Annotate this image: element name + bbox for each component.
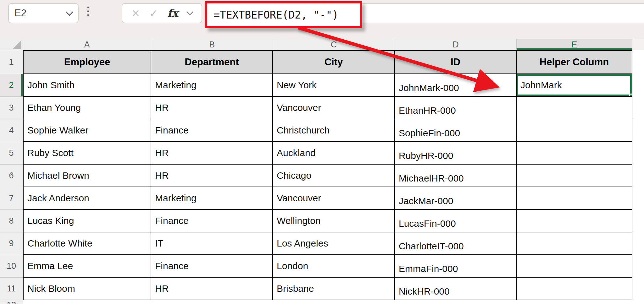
empty-area (517, 300, 632, 304)
column-header-d[interactable]: D (395, 39, 517, 50)
cell-c10[interactable]: London (273, 255, 395, 278)
cell-b7[interactable]: Marketing (151, 187, 273, 210)
row-header-11[interactable]: 11 (0, 278, 23, 300)
cell-e6[interactable] (517, 165, 632, 187)
cell-c7[interactable]: Vancouver (273, 187, 395, 210)
enter-icon[interactable]: ✓ (149, 7, 158, 19)
cell-c8[interactable]: Wellington (273, 210, 395, 232)
cell-c4[interactable]: Christchurch (273, 119, 395, 142)
row-header-12[interactable]: 12 (0, 300, 23, 304)
cell-c2[interactable]: New York (273, 74, 395, 97)
cell-b9[interactable]: IT (151, 232, 273, 255)
cell-d7[interactable]: JackMar-000 (395, 187, 517, 210)
column-header-c[interactable]: C (273, 39, 395, 50)
cell-text: Sophie Walker (27, 125, 88, 136)
cell-a3[interactable]: Ethan Young (23, 97, 151, 119)
cell-b10[interactable]: Finance (151, 255, 273, 278)
row-header-8[interactable]: 8 (0, 210, 23, 232)
cell-text: CharlotteIT-000 (399, 241, 464, 252)
cell-text: Department (185, 57, 239, 68)
cell-b3[interactable]: HR (151, 97, 273, 119)
cell-c3[interactable]: Vancouver (273, 97, 395, 119)
cell-a11[interactable]: Nick Bloom (23, 278, 151, 300)
cell-e3[interactable] (517, 97, 632, 119)
row-number: 2 (9, 80, 14, 90)
row-header-10[interactable]: 10 (0, 255, 23, 278)
cell-text: HR (155, 170, 169, 181)
empty-area (632, 300, 644, 304)
cell-c5[interactable]: Auckland (273, 142, 395, 165)
cell-e11[interactable] (517, 278, 632, 300)
row-header-5[interactable]: 5 (0, 142, 23, 165)
column-header-e-selected[interactable]: E (517, 39, 632, 50)
row-header-4[interactable]: 4 (0, 119, 23, 142)
cell-a5[interactable]: Ruby Scott (23, 142, 151, 165)
row-header-1[interactable]: 1 (0, 50, 23, 74)
cell-e7[interactable] (517, 187, 632, 210)
cell-b2[interactable]: Marketing (151, 74, 273, 97)
cell-b8[interactable]: Finance (151, 210, 273, 232)
cell-e1[interactable]: Helper Column (517, 50, 632, 74)
cell-b4[interactable]: Finance (151, 119, 273, 142)
cell-d6[interactable]: MichaelHR-000 (395, 165, 517, 187)
cell-d4[interactable]: SophieFin-000 (395, 119, 517, 142)
cell-a7[interactable]: Jack Anderson (23, 187, 151, 210)
cell-b6[interactable]: HR (151, 165, 273, 187)
row-header-6[interactable]: 6 (0, 165, 23, 187)
cell-e9[interactable] (517, 232, 632, 255)
cell-d10[interactable]: EmmaFin-000 (395, 255, 517, 278)
cell-d9[interactable]: CharlotteIT-000 (395, 232, 517, 255)
cell-a4[interactable]: Sophie Walker (23, 119, 151, 142)
cell-b11[interactable]: HR (151, 278, 273, 300)
cell-a1[interactable]: Employee (23, 50, 151, 74)
cell-text: London (277, 261, 308, 271)
empty-area (632, 210, 644, 232)
empty-area (23, 300, 151, 304)
cell-c1[interactable]: City (273, 50, 395, 74)
fill-handle[interactable] (629, 94, 632, 97)
cell-d3[interactable]: EthanHR-000 (395, 97, 517, 119)
cell-a6[interactable]: Michael Brown (23, 165, 151, 187)
cancel-icon[interactable]: ✕ (131, 7, 140, 19)
cell-a8[interactable]: Lucas King (23, 210, 151, 232)
cell-text: Employee (64, 57, 110, 68)
cell-c11[interactable]: Brisbane (273, 278, 395, 300)
cell-e4[interactable] (517, 119, 632, 142)
cell-c6[interactable]: Chicago (273, 165, 395, 187)
cell-d11[interactable]: NickHR-000 (395, 278, 517, 300)
chevron-down-icon[interactable] (186, 8, 194, 16)
annotation-highlight-box: =TEXTBEFORE(D2, "-") (205, 1, 362, 28)
row-header-9[interactable]: 9 (0, 232, 23, 255)
empty-area (632, 97, 644, 119)
name-box[interactable]: E2 (8, 3, 79, 23)
column-header-b[interactable]: B (151, 39, 273, 50)
cell-e8[interactable] (517, 210, 632, 232)
select-all-corner[interactable] (0, 39, 23, 50)
cell-c9[interactable]: Los Angeles (273, 232, 395, 255)
table-row: 8 Lucas King Finance Wellington LucasFin… (0, 210, 644, 232)
row-header-2-selected[interactable]: 2 (0, 74, 23, 97)
row-header-7[interactable]: 7 (0, 187, 23, 210)
table-row: 5 Ruby Scott HR Auckland RubyHR-000 (0, 142, 644, 165)
insert-function-icon[interactable]: fx (167, 7, 178, 19)
cell-d5[interactable]: RubyHR-000 (395, 142, 517, 165)
row-number: 3 (9, 103, 14, 113)
cell-e2-active[interactable]: JohnMark (517, 74, 632, 97)
cell-d8[interactable]: LucasFin-000 (395, 210, 517, 232)
row-header-3[interactable]: 3 (0, 97, 23, 119)
cell-b1[interactable]: Department (151, 50, 273, 74)
cell-b5[interactable]: HR (151, 142, 273, 165)
table-row: 7 Jack Anderson Marketing Vancouver Jack… (0, 187, 644, 210)
cell-text: RubyHR-000 (399, 150, 453, 161)
cell-d1[interactable]: ID (395, 50, 517, 74)
cell-text: JohnMark (520, 80, 562, 90)
cell-e5[interactable] (517, 142, 632, 165)
cell-a10[interactable]: Emma Lee (23, 255, 151, 278)
chevron-down-icon[interactable] (65, 8, 73, 16)
column-header-a[interactable]: A (23, 39, 151, 50)
cell-d2[interactable]: JohnMark-000 (395, 74, 517, 97)
cell-a2[interactable]: John Smith (23, 74, 151, 97)
cell-a9[interactable]: Charlotte White (23, 232, 151, 255)
cell-e10[interactable] (517, 255, 632, 278)
formula-bar: E2 ⋮ ✕ ✓ fx =TEXTBEFORE(D2, "-") (0, 0, 644, 39)
